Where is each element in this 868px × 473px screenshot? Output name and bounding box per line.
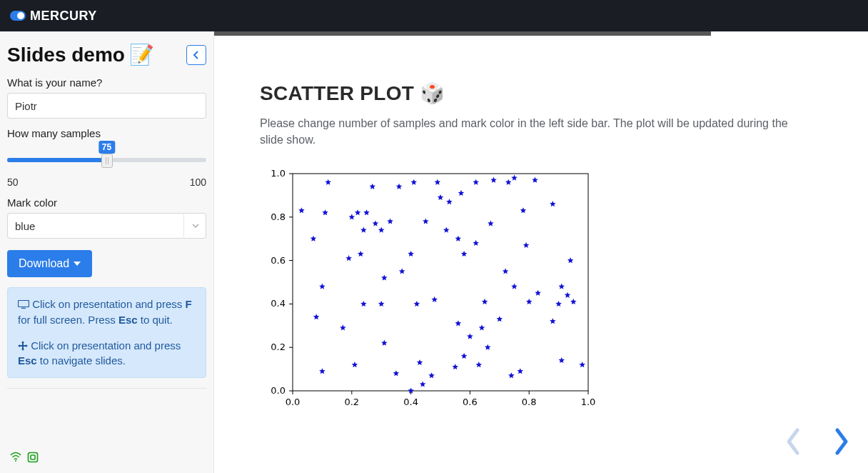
prev-slide-button[interactable] xyxy=(781,426,805,457)
download-button[interactable]: Download xyxy=(7,250,92,277)
slide-heading-text: SCATTER PLOT xyxy=(260,82,414,105)
brand-logo[interactable]: MERCURY xyxy=(10,9,97,24)
kernel-status-icon xyxy=(27,452,39,463)
move-icon xyxy=(18,341,28,351)
collapse-sidebar-button[interactable] xyxy=(186,45,206,65)
tips-infobox: Click on presentation and press F for fu… xyxy=(7,287,206,378)
svg-point-2 xyxy=(15,460,16,462)
tip-navigate: Click on presentation and press Esc to n… xyxy=(18,338,196,369)
next-slide-button[interactable] xyxy=(829,426,854,457)
scatter-chart: 0.00.20.40.60.81.00.00.20.40.60.81.0 xyxy=(260,169,595,412)
slider-thumb[interactable] xyxy=(101,154,113,168)
slide: SCATTER PLOT 🎲 Please change number of s… xyxy=(214,31,842,412)
svg-text:0.2: 0.2 xyxy=(344,397,359,407)
svg-text:1.0: 1.0 xyxy=(581,397,595,407)
svg-rect-5 xyxy=(293,174,588,391)
presentation-area[interactable]: SCATTER PLOT 🎲 Please change number of s… xyxy=(214,31,868,473)
monitor-icon xyxy=(18,300,29,309)
chevron-left-icon xyxy=(784,427,802,456)
page-title-text: Slides demo xyxy=(7,44,125,66)
die-icon: 🎲 xyxy=(420,81,445,105)
wifi-icon xyxy=(10,452,21,462)
slider-range-labels: 50 100 xyxy=(7,176,206,188)
divider xyxy=(7,388,206,389)
name-input[interactable] xyxy=(7,93,206,119)
svg-text:0.2: 0.2 xyxy=(271,342,286,353)
slide-heading: SCATTER PLOT 🎲 xyxy=(260,81,799,105)
svg-rect-3 xyxy=(29,453,38,462)
slider-fill xyxy=(7,158,107,162)
svg-text:1.0: 1.0 xyxy=(271,169,286,179)
svg-text:0.4: 0.4 xyxy=(403,397,418,407)
slider-value-tooltip: 75 xyxy=(99,141,115,154)
samples-label: How many samples xyxy=(7,127,206,139)
svg-text:0.8: 0.8 xyxy=(522,397,537,407)
chevron-left-icon xyxy=(193,51,200,59)
caret-down-icon xyxy=(74,261,81,267)
logo-mark-icon xyxy=(10,11,26,21)
color-select[interactable]: blue xyxy=(7,213,206,239)
svg-rect-0 xyxy=(19,301,29,307)
svg-text:0.6: 0.6 xyxy=(271,255,286,266)
slider-min: 50 xyxy=(7,176,19,188)
samples-slider[interactable]: 75 xyxy=(7,146,206,171)
tip-fullscreen: Click on presentation and press F for fu… xyxy=(18,297,196,328)
name-label: What is your name? xyxy=(7,76,206,89)
download-button-label: Download xyxy=(19,257,69,270)
color-select-value: blue xyxy=(7,213,206,239)
svg-text:0.0: 0.0 xyxy=(271,385,286,396)
svg-text:0.4: 0.4 xyxy=(271,299,286,309)
memo-icon: 📝 xyxy=(129,43,154,66)
chevron-right-icon xyxy=(833,427,850,456)
slide-body: Please change number of samples and mark… xyxy=(260,115,799,148)
svg-rect-4 xyxy=(31,455,35,459)
topbar: MERCURY xyxy=(0,0,868,31)
color-label: Mark color xyxy=(7,196,206,209)
progress-bar xyxy=(214,31,711,36)
brand-name: MERCURY xyxy=(30,9,97,24)
status-icons xyxy=(10,452,39,463)
svg-text:0.0: 0.0 xyxy=(286,397,301,407)
chevron-down-icon xyxy=(183,213,206,239)
svg-text:0.6: 0.6 xyxy=(463,397,478,407)
page-title: Slides demo 📝 xyxy=(7,43,154,66)
sidebar: Slides demo 📝 What is your name? How man… xyxy=(0,31,214,473)
slider-max: 100 xyxy=(190,176,206,188)
svg-text:0.8: 0.8 xyxy=(271,211,286,222)
